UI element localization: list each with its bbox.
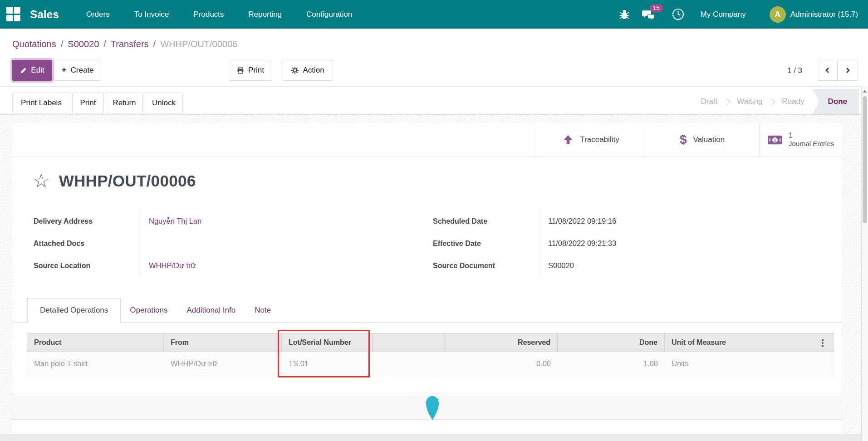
detailed-operations-table: Product From Lot/Serial Number Reserved …	[27, 333, 834, 375]
pager-indicator: 1 / 3	[787, 66, 802, 75]
odoo-screen: Sales Orders To Invoice Products Reporti…	[0, 0, 868, 441]
plus-icon: +	[61, 65, 66, 75]
form-sheet: Traceability $ Valuation 1 1 Journal Ent…	[12, 123, 842, 434]
field-value-delivery-address[interactable]: Nguyễn Thị Lan	[141, 210, 345, 232]
tab-note[interactable]: Note	[255, 306, 271, 315]
field-label-scheduled-date: Scheduled Date	[427, 210, 540, 232]
app-brand[interactable]: Sales	[30, 8, 59, 21]
field-group-right: Scheduled Date 11/08/2022 09:19:16 Effec…	[427, 210, 744, 277]
unlock-button[interactable]: Unlock	[145, 93, 183, 113]
banknote-icon: 1	[768, 135, 782, 145]
favorite-star-icon[interactable]: ☆	[33, 172, 50, 190]
field-value-source-document: S00020	[540, 255, 744, 277]
cell-lot-serial[interactable]: TS.01	[282, 352, 373, 375]
journal-entries-button[interactable]: 1 1 Journal Entries	[759, 123, 842, 157]
cell-uom[interactable]: Units	[665, 352, 834, 375]
breadcrumb-quotations[interactable]: Quotations	[12, 39, 56, 49]
traceability-label: Traceability	[580, 135, 619, 144]
chevron-left-icon	[824, 67, 830, 74]
stage-done-active[interactable]: Done	[813, 89, 859, 114]
print-labels-button[interactable]: Print Labels	[12, 93, 70, 113]
cell-empty[interactable]	[373, 352, 446, 375]
print-menu-label: Print	[248, 66, 264, 75]
printer-icon	[237, 67, 244, 74]
cell-done[interactable]: 1.00	[558, 352, 665, 375]
field-label-delivery-address: Delivery Address	[27, 210, 141, 232]
create-button-label: Create	[71, 66, 94, 75]
edit-button-label: Edit	[31, 66, 44, 75]
messages-icon[interactable]: 15	[642, 9, 655, 20]
stage-ready[interactable]: Ready	[774, 97, 812, 106]
field-label-source-document: Source Document	[427, 255, 540, 277]
section-below-sheet	[0, 434, 861, 441]
field-value-attached-docs[interactable]	[141, 232, 345, 255]
stage-waiting[interactable]: Waiting	[729, 97, 770, 106]
col-header-empty[interactable]	[373, 333, 446, 352]
top-navbar: Sales Orders To Invoice Products Reporti…	[0, 0, 868, 29]
valuation-button[interactable]: $ Valuation	[645, 123, 759, 157]
cell-from[interactable]: WHHP/Dự trữ	[164, 352, 282, 375]
field-label-effective-date: Effective Date	[427, 232, 540, 255]
table-row[interactable]: Man polo T-shirt WHHP/Dự trữ TS.01 0.00 …	[27, 352, 834, 375]
menu-configuration[interactable]: Configuration	[306, 10, 352, 19]
apps-menu-icon[interactable]	[6, 7, 21, 22]
col-header-done[interactable]: Done	[558, 333, 665, 352]
debug-bug-icon[interactable]	[619, 9, 629, 20]
field-label-attached-docs: Attached Docs	[27, 232, 141, 255]
user-avatar: A	[770, 6, 786, 23]
click-indicator-pin	[426, 396, 439, 420]
journal-entries-label: Journal Entries	[789, 140, 842, 148]
breadcrumb-s00020[interactable]: S00020	[68, 39, 99, 49]
breadcrumb: Quotations / S00020 / Transfers / WHHP/O…	[12, 39, 237, 49]
activities-clock-icon[interactable]	[672, 8, 684, 20]
col-header-from[interactable]: From	[164, 333, 282, 352]
page-background	[842, 123, 861, 434]
menu-orders[interactable]: Orders	[86, 10, 110, 19]
edit-button[interactable]: Edit	[12, 60, 52, 81]
notebook-tabs: Detailed Operations Operations Additiona…	[27, 298, 271, 323]
stage-draft[interactable]: Draft	[692, 97, 726, 106]
main-menu: Orders To Invoice Products Reporting Con…	[86, 10, 352, 19]
breadcrumb-current: WHHP/OUT/00006	[160, 39, 237, 49]
col-header-uom[interactable]: Unit of Measure ⋮	[665, 333, 834, 352]
company-switcher[interactable]: My Company	[701, 10, 746, 19]
breadcrumb-separator: /	[153, 39, 156, 49]
tab-operations[interactable]: Operations	[130, 306, 167, 315]
cell-product[interactable]: Man polo T-shirt	[27, 352, 164, 375]
field-value-source-location[interactable]: WHHP/Dự trữ	[141, 255, 345, 277]
cell-reserved[interactable]: 0.00	[446, 352, 558, 375]
breadcrumb-separator: /	[61, 39, 64, 49]
col-header-product[interactable]: Product	[27, 333, 164, 352]
tab-detailed-operations[interactable]: Detailed Operations	[27, 298, 121, 323]
col-header-reserved[interactable]: Reserved	[446, 333, 558, 352]
document-title: WHHP/OUT/00006	[59, 172, 196, 190]
user-name: Administrator (15.7)	[790, 10, 858, 19]
smart-button-box: Traceability $ Valuation 1 1 Journal Ent…	[537, 123, 842, 157]
create-button[interactable]: + Create	[54, 60, 101, 81]
menu-reporting[interactable]: Reporting	[248, 10, 282, 19]
print-menu-button[interactable]: Print	[229, 60, 272, 81]
svg-text:1: 1	[774, 137, 776, 142]
traceability-button[interactable]: Traceability	[537, 123, 645, 157]
pager-next-button[interactable]	[837, 60, 858, 81]
scrollbar-thumb[interactable]	[863, 96, 867, 223]
vertical-scrollbar[interactable]	[861, 86, 868, 441]
arrow-up-icon	[563, 134, 574, 145]
field-value-scheduled-date: 11/08/2022 09:19:16	[540, 210, 744, 232]
panel-divider	[0, 86, 868, 87]
scrollbar-up-arrow[interactable]	[863, 90, 867, 93]
col-header-lot-serial[interactable]: Lot/Serial Number	[282, 333, 373, 352]
menu-to-invoice[interactable]: To Invoice	[134, 10, 169, 19]
optional-columns-icon[interactable]: ⋮	[819, 338, 827, 348]
return-button[interactable]: Return	[106, 93, 143, 113]
print-button[interactable]: Print	[72, 93, 104, 113]
pager-previous-button[interactable]	[817, 60, 838, 81]
action-menu-button[interactable]: Action	[283, 60, 333, 81]
tab-additional-info[interactable]: Additional Info	[186, 306, 235, 315]
user-menu[interactable]: A Administrator (15.7)	[770, 6, 858, 23]
dollar-icon: $	[680, 132, 687, 147]
table-header-row: Product From Lot/Serial Number Reserved …	[27, 333, 834, 352]
page-background	[0, 114, 861, 123]
menu-products[interactable]: Products	[193, 10, 224, 19]
breadcrumb-transfers[interactable]: Transfers	[111, 39, 149, 49]
